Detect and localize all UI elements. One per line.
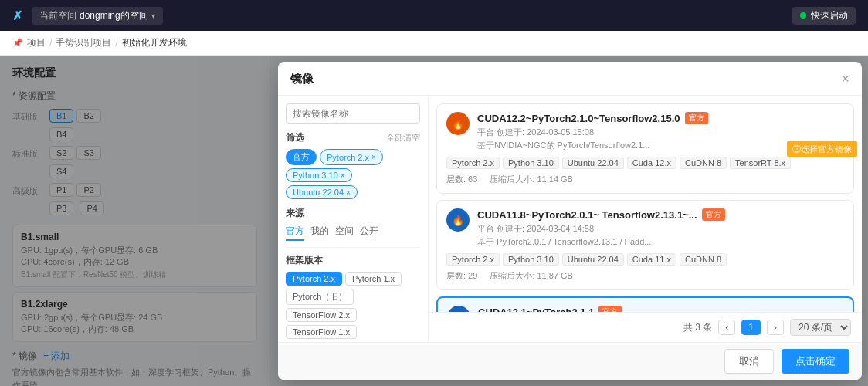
image-desc-2: 基于 PyTorch2.0.1 / Tensorflow2.13.1 / Pad… <box>477 236 844 248</box>
breadcrumb-projects[interactable]: 项目 <box>27 36 46 49</box>
image-tags-1: Pytorch 2.x Python 3.10 Ubuntu 22.04 Cud… <box>446 157 844 169</box>
quick-start-btn[interactable]: 快速启动 <box>792 7 856 25</box>
modal-title: 镜像 <box>290 72 314 86</box>
pagination-bar: 共 3 条 ‹ 1 › 20 条/页 50 条/页 <box>429 312 862 342</box>
modal-header: 镜像 × <box>278 62 862 96</box>
image-tags-2: Pytorch 2.x Python 3.10 Ubuntu 22.04 Cud… <box>446 253 844 266</box>
fw-pytorch1x[interactable]: Pytorch 1.x <box>345 272 402 286</box>
image-name-1: CUDA12.2~PyTorch2.1.0~Tensorflow2.15.0 <box>477 113 680 124</box>
pin-icon: 📌 <box>12 38 23 48</box>
filter-header: 筛选 全部清空 <box>286 131 420 144</box>
tag-official[interactable]: 官方 <box>286 149 317 165</box>
filter-panel: 筛选 全部清空 官方 Pytorch 2.x × Python 3.10 × U… <box>278 96 429 342</box>
chevron-down-icon: ▾ <box>151 12 155 20</box>
image-card-2[interactable]: 🔥 CUDA11.8~PyTorch2.0.1~ Tensorflow2.13.… <box>436 200 854 290</box>
modal-body: 筛选 全部清空 官方 Pytorch 2.x × Python 3.10 × U… <box>278 96 862 342</box>
quick-start-label: 快速启动 <box>811 9 848 22</box>
status-dot <box>800 12 806 19</box>
source-tab-public[interactable]: 公开 <box>360 225 378 241</box>
space-label: 当前空间 <box>39 9 76 22</box>
image-results: 🔥 CUDA12.2~PyTorch2.1.0~Tensorflow2.15.0… <box>429 96 862 342</box>
image-info-1: 平台 创建于: 2024-03-05 15:08 <box>477 127 844 138</box>
page-size-select[interactable]: 20 条/页 50 条/页 <box>790 319 851 336</box>
image-list: 🔥 CUDA12.2~PyTorch2.1.0~Tensorflow2.15.0… <box>429 96 862 312</box>
source-tab-official[interactable]: 官方 <box>286 225 304 241</box>
official-badge-1: 官方 <box>685 112 708 124</box>
pagination-total: 共 3 条 <box>683 321 712 334</box>
tag-pytorch2x[interactable]: Pytorch 2.x × <box>320 149 383 165</box>
space-selector[interactable]: 当前空间 dongming的空间 ▾ <box>32 7 163 25</box>
topbar: ✗ 当前空间 dongming的空间 ▾ 快速启动 <box>0 0 868 31</box>
logo: ✗ <box>12 8 22 23</box>
active-tags-group: 官方 Pytorch 2.x × Python 3.10 × Ubuntu 22… <box>286 149 420 199</box>
fw-tensorflow2x[interactable]: TensorFlow 2.x <box>286 308 357 322</box>
breadcrumb-current: 初始化开发环境 <box>122 36 187 49</box>
source-tab-mine[interactable]: 我的 <box>310 225 329 241</box>
image-icon-2: 🔥 <box>446 208 470 232</box>
framework-label: 框架版本 <box>286 254 420 267</box>
image-footer-2: 层数: 29 压缩后大小: 11.87 GB <box>446 270 844 282</box>
fw-tensorflow1x[interactable]: TensorFlow 1.x <box>286 325 357 339</box>
filter-clear-btn[interactable]: 全部清空 <box>386 132 420 144</box>
official-badge-2: 官方 <box>702 208 725 221</box>
prev-page-btn[interactable]: ‹ <box>718 320 735 335</box>
tag-x-icon[interactable]: × <box>341 171 345 180</box>
framework-tags: Pytorch 2.x Pytorch 1.x Pytorch（旧） Tenso… <box>286 272 420 342</box>
breadcrumb: 📌 项目 / 手势识别项目 / 初始化开发环境 <box>0 31 868 56</box>
annotation-step3: ③选择官方镜像 <box>787 141 857 157</box>
fw-pytorch2x[interactable]: Pytorch 2.x <box>286 272 342 286</box>
image-name-3: CUDA12.1~PyTorch2.1.1 <box>478 306 594 313</box>
space-name: dongming的空间 <box>80 9 148 22</box>
main-area: 环境配置 * 资源配置 基础版 B1 B2 B4 标准版 S2 S3 <box>0 56 868 386</box>
source-label: 来源 <box>286 207 420 220</box>
page-1-btn[interactable]: 1 <box>741 320 761 335</box>
image-info-2: 平台 创建于: 2024-03-04 14:58 <box>477 223 844 235</box>
source-tabs: 官方 我的 空间 公开 <box>286 225 420 248</box>
modal-actions: 取消 点击确定 <box>278 342 862 380</box>
search-input[interactable] <box>286 103 420 124</box>
tag-x-icon[interactable]: × <box>371 153 376 161</box>
tag-python310[interactable]: Python 3.10 × <box>286 168 352 182</box>
breadcrumb-project-name[interactable]: 手势识别项目 <box>56 36 111 49</box>
image-icon-1: 🔥 <box>446 112 470 135</box>
filter-label: 筛选 <box>286 131 304 144</box>
cancel-button[interactable]: 取消 <box>724 349 774 374</box>
image-card-3[interactable]: 🔥 CUDA12.1~PyTorch2.1.1 官方 平台 创建于: 2024-… <box>436 296 854 312</box>
image-footer-1: 层数: 63 压缩后大小: 11.14 GB <box>446 174 844 185</box>
fw-pytorch-old[interactable]: Pytorch（旧） <box>286 289 354 305</box>
image-card-1[interactable]: 🔥 CUDA12.2~PyTorch2.1.0~Tensorflow2.15.0… <box>436 103 854 194</box>
source-tab-space[interactable]: 空间 <box>335 225 354 241</box>
tag-x-icon[interactable]: × <box>346 188 351 197</box>
close-icon[interactable]: × <box>841 71 849 87</box>
confirm-button[interactable]: 点击确定 <box>782 349 849 374</box>
mirror-modal: 镜像 × 筛选 全部清空 官方 Pytorch 2.x × Python 3.1… <box>278 62 862 380</box>
next-page-btn[interactable]: › <box>767 320 784 335</box>
image-icon-3: 🔥 <box>447 306 470 312</box>
tag-ubuntu2204[interactable]: Ubuntu 22.04 × <box>286 185 358 199</box>
image-name-2: CUDA11.8~PyTorch2.0.1~ Tensorflow2.13.1~… <box>477 209 697 221</box>
official-badge-3: 官方 <box>598 306 622 312</box>
